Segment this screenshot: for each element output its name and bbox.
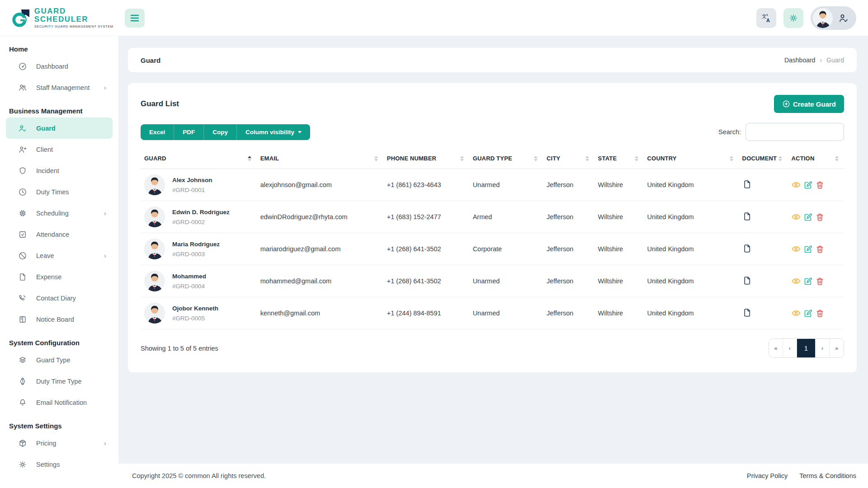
delete-icon[interactable]: [815, 309, 825, 318]
sort-icon: [460, 156, 464, 161]
sidebar-item-label: Contact Diary: [36, 295, 76, 302]
sidebar-item-label: Incident: [36, 167, 59, 174]
table-toolbar: Excel PDF Copy Column visibility Search:: [128, 119, 857, 141]
guard-cell: Alex Johnson #GRD-0001: [144, 174, 253, 195]
guard-email: mohammed@gmail.com: [257, 265, 383, 297]
column-header-phone[interactable]: PHONE NUMBER: [383, 148, 469, 169]
excel-button[interactable]: Excel: [141, 124, 174, 140]
guard-city: Jefferson: [543, 201, 594, 233]
sidebar-item-client[interactable]: Client: [6, 139, 113, 160]
sidebar-item-notice-board[interactable]: Notice Board: [6, 309, 113, 330]
sidebar-item-guard-type[interactable]: Guard Type: [6, 349, 113, 371]
sidebar-item-dashboard[interactable]: Dashboard: [6, 56, 113, 77]
topbar: GUARD SCHEDULER SECURITY GUARD MANAGEMEN…: [0, 0, 868, 36]
delete-icon[interactable]: [815, 212, 825, 222]
sidebar-item-expense[interactable]: Expense: [6, 266, 113, 287]
watch-icon: [18, 377, 27, 386]
translate-icon: 文 A: [761, 13, 772, 23]
privacy-policy-link[interactable]: Privacy Policy: [747, 472, 788, 479]
column-header-email[interactable]: EMAIL: [257, 148, 383, 169]
caret-down-icon: [298, 131, 302, 133]
edit-icon[interactable]: [803, 212, 813, 222]
guard-id: #GRD-0004: [172, 283, 206, 290]
view-icon[interactable]: [791, 180, 801, 190]
file-icon: [18, 272, 27, 282]
sidebar-item-label: Expense: [36, 273, 61, 281]
brand-logo[interactable]: GUARD SCHEDULER SECURITY GUARD MANAGEMEN…: [0, 7, 118, 29]
guard-state: Wiltshire: [594, 201, 644, 233]
column-header-country[interactable]: COUNTRY: [644, 148, 739, 169]
guard-type: Unarmed: [469, 169, 543, 201]
section-system-settings: System Settings: [0, 413, 118, 432]
document-icon[interactable]: [742, 244, 752, 253]
search-input[interactable]: [745, 123, 844, 141]
profile-menu[interactable]: [811, 6, 856, 30]
language-button[interactable]: 文 A: [756, 8, 776, 28]
phone-icon: [18, 294, 27, 303]
column-header-guard[interactable]: GUARD: [141, 148, 257, 169]
guard-state: Wiltshire: [594, 169, 644, 201]
document-icon[interactable]: [742, 211, 752, 221]
view-icon[interactable]: [791, 308, 801, 318]
pdf-button[interactable]: PDF: [174, 124, 204, 140]
brand-title: GUARD SCHEDULER: [34, 7, 118, 24]
view-icon[interactable]: [791, 212, 801, 222]
delete-icon[interactable]: [815, 277, 825, 286]
sidebar-item-leave[interactable]: Leave ›: [6, 245, 113, 266]
delete-icon[interactable]: [815, 180, 825, 190]
sidebar-item-guard[interactable]: Guard: [6, 117, 113, 139]
document-icon[interactable]: [742, 179, 752, 189]
sidebar-item-pricing[interactable]: Pricing ›: [6, 432, 113, 454]
settings-button[interactable]: [783, 8, 803, 28]
column-visibility-button[interactable]: Column visibility: [237, 124, 310, 140]
sidebar-toggle-button[interactable]: [125, 9, 145, 28]
sidebar-item-duty-times[interactable]: Duty Times: [6, 181, 113, 202]
edit-icon[interactable]: [803, 244, 813, 254]
pagination-next-button[interactable]: ›: [816, 339, 830, 357]
guard-name: Edwin D. Rodriguez: [172, 209, 230, 216]
sidebar-item-contact-diary[interactable]: Contact Diary: [6, 287, 113, 309]
edit-icon[interactable]: [803, 277, 813, 286]
person-plus-icon: [18, 145, 27, 154]
copy-button[interactable]: Copy: [204, 124, 237, 140]
guard-id: #GRD-0003: [172, 251, 220, 258]
bell-icon: [18, 398, 27, 407]
svg-text:A: A: [766, 18, 770, 23]
sidebar-item-email-notification[interactable]: Email Notification: [6, 392, 113, 413]
pagination-first-button[interactable]: «: [769, 339, 783, 357]
table-row: Maria Rodriguez #GRD-0003 mariarodriguez…: [141, 233, 844, 265]
document-icon[interactable]: [742, 308, 752, 318]
sidebar-item-scheduling[interactable]: Scheduling ›: [6, 202, 113, 224]
document-icon[interactable]: [742, 276, 752, 286]
sidebar-item-settings[interactable]: Settings: [6, 454, 113, 475]
guard-country: United Kingdom: [644, 169, 739, 201]
breadcrumb-dashboard-link[interactable]: Dashboard: [784, 56, 816, 64]
sidebar-item-duty-time-type[interactable]: Duty Time Type: [6, 371, 113, 392]
view-icon[interactable]: [791, 276, 801, 286]
delete-icon[interactable]: [815, 244, 825, 254]
guard-country: United Kingdom: [644, 265, 739, 297]
column-header-guard-type[interactable]: GUARD TYPE: [469, 148, 543, 169]
search-label: Search:: [718, 128, 741, 136]
pagination-page-1-button[interactable]: 1: [797, 339, 816, 357]
column-header-action[interactable]: ACTION: [788, 148, 844, 169]
guard-avatar: [144, 239, 165, 259]
column-header-document[interactable]: DOCUMENT: [739, 148, 788, 169]
sidebar-item-attendance[interactable]: Attendance: [6, 224, 113, 245]
card-title: Guard List: [141, 99, 179, 108]
sidebar-item-incident[interactable]: Incident: [6, 160, 113, 181]
terms-conditions-link[interactable]: Terms & Conditions: [799, 472, 856, 479]
sidebar-item-label: Scheduling: [36, 210, 69, 217]
user-avatar: [813, 8, 833, 28]
create-guard-button[interactable]: Create Guard: [774, 95, 844, 113]
sidebar-item-staff-management[interactable]: Staff Management ›: [6, 77, 113, 98]
pagination-prev-button[interactable]: ‹: [783, 339, 797, 357]
column-header-city[interactable]: CITY: [543, 148, 594, 169]
search-area: Search:: [718, 123, 844, 141]
guard-cell: Mohammed #GRD-0004: [144, 271, 253, 291]
column-header-state[interactable]: STATE: [594, 148, 644, 169]
edit-icon[interactable]: [803, 309, 813, 318]
pagination-last-button[interactable]: »: [830, 339, 844, 357]
view-icon[interactable]: [791, 244, 801, 254]
edit-icon[interactable]: [803, 180, 813, 190]
